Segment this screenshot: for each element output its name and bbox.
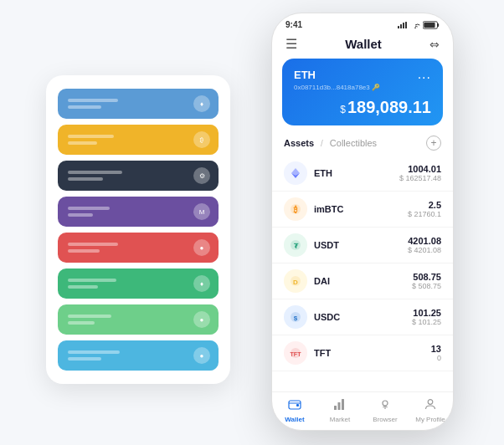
list-item[interactable]: TFT TFT 13 0: [272, 335, 453, 371]
svg-rect-3: [405, 22, 407, 28]
imbtc-amount: 2.5: [408, 200, 441, 210]
svg-rect-1: [400, 24, 402, 28]
tft-amount: 13: [431, 344, 441, 354]
eth-label: ETH: [294, 69, 316, 81]
eth-amount: 1004.01: [399, 164, 441, 174]
usdt-token-name: USDT: [314, 240, 408, 250]
svg-rect-6: [438, 23, 440, 26]
svg-rect-22: [334, 406, 337, 410]
tft-token-icon: TFT: [284, 341, 307, 365]
card-item[interactable]: M: [58, 197, 219, 227]
add-asset-button[interactable]: +: [426, 136, 441, 151]
nav-browser[interactable]: Browser: [363, 397, 408, 423]
eth-values: 1004.01 $ 162517.48: [399, 164, 441, 182]
status-time: 9:41: [285, 20, 302, 29]
battery-icon: [423, 21, 440, 29]
dai-token-icon: D: [284, 269, 307, 293]
phone-mockup: 9:41 ☰ Wallet ⇔: [271, 13, 454, 431]
usdc-token-icon: $: [284, 305, 307, 329]
card-item[interactable]: ♦: [58, 269, 219, 299]
scan-icon[interactable]: ⇔: [429, 38, 440, 51]
usdt-usd: $ 4201.08: [408, 246, 441, 254]
usdc-usd: $ 101.25: [412, 318, 441, 326]
status-icons: [398, 21, 440, 29]
card-icon: ●: [193, 311, 210, 328]
card-icon: ₿: [193, 131, 210, 148]
usdt-token-icon: ₮: [284, 233, 307, 257]
list-item[interactable]: ETH 1004.01 $ 162517.48: [272, 156, 453, 192]
list-item[interactable]: ₮ USDT 4201.08 $ 4201.08: [272, 228, 453, 263]
tab-divider: /: [321, 139, 323, 148]
nav-wallet[interactable]: Wallet: [272, 397, 317, 423]
usdt-values: 4201.08 $ 4201.08: [408, 236, 441, 254]
nav-title: Wallet: [345, 37, 382, 51]
svg-point-25: [383, 401, 388, 406]
dai-token-name: DAI: [314, 276, 412, 286]
card-item[interactable]: ●: [58, 233, 219, 263]
tab-collectibles[interactable]: Collectibles: [330, 138, 377, 148]
nav-profile[interactable]: My Profile: [408, 397, 453, 423]
card-icon: ●: [193, 347, 210, 364]
wallet-nav-icon: [288, 397, 301, 414]
top-nav: ☰ Wallet ⇔: [272, 33, 453, 59]
svg-text:D: D: [293, 279, 298, 286]
menu-icon[interactable]: ☰: [285, 36, 297, 52]
svg-rect-23: [338, 402, 341, 410]
wallet-nav-label: Wallet: [285, 416, 304, 423]
usdc-token-name: USDC: [314, 312, 412, 322]
imbtc-token-name: imBTC: [314, 204, 408, 214]
eth-token-name: ETH: [314, 168, 399, 178]
eth-address: 0x08711d3b...8418a78e3 🔑: [294, 84, 431, 91]
imbtc-values: 2.5 $ 21760.1: [408, 200, 441, 218]
tft-token-name: TFT: [314, 348, 431, 358]
wifi-icon: [410, 22, 420, 28]
assets-header: Assets / Collectibles +: [272, 132, 453, 156]
svg-text:TFT: TFT: [291, 351, 301, 357]
usdc-amount: 101.25: [412, 308, 441, 318]
svg-rect-24: [342, 399, 344, 410]
svg-rect-0: [398, 26, 399, 28]
card-icon: ●: [193, 239, 210, 256]
svg-rect-2: [403, 23, 404, 28]
eth-card[interactable]: ETH ... 0x08711d3b...8418a78e3 🔑 $189,08…: [282, 59, 443, 125]
svg-point-4: [414, 27, 416, 28]
eth-token-icon: [284, 161, 307, 185]
eth-currency-symbol: $: [340, 104, 346, 115]
card-stack: ♦ ₿ ⚙ M ● ♦: [46, 75, 230, 384]
nav-market[interactable]: Market: [317, 397, 363, 423]
market-nav-label: Market: [330, 416, 350, 423]
eth-menu-dots[interactable]: ...: [418, 67, 431, 82]
eth-balance: $189,089.11: [294, 98, 431, 117]
browser-nav-icon: [378, 397, 392, 414]
svg-rect-7: [424, 23, 435, 28]
card-icon: ♦: [193, 275, 210, 292]
card-icon: ⚙: [193, 167, 210, 184]
card-item[interactable]: ●: [58, 340, 219, 371]
signal-icon: [398, 22, 408, 28]
svg-text:$: $: [294, 315, 298, 322]
imbtc-token-icon: ₿: [284, 197, 307, 221]
card-item[interactable]: ♦: [58, 89, 219, 119]
profile-nav-icon: [424, 397, 437, 414]
tft-values: 13 0: [431, 344, 441, 362]
tft-usd: 0: [431, 354, 441, 362]
card-item[interactable]: ₿: [58, 125, 219, 155]
card-item[interactable]: ●: [58, 304, 219, 335]
dai-usd: $ 508.75: [412, 282, 441, 290]
eth-card-header: ETH ...: [294, 67, 431, 82]
assets-tabs: Assets / Collectibles: [284, 138, 377, 148]
dai-values: 508.75 $ 508.75: [412, 272, 441, 290]
eth-usd: $ 162517.48: [399, 174, 441, 182]
status-bar: 9:41: [272, 13, 453, 33]
eth-balance-value: 189,089.11: [347, 98, 431, 116]
list-item[interactable]: D DAI 508.75 $ 508.75: [272, 263, 453, 299]
svg-rect-21: [296, 404, 299, 407]
usdt-amount: 4201.08: [408, 236, 441, 246]
list-item[interactable]: $ USDC 101.25 $ 101.25: [272, 299, 453, 335]
usdc-values: 101.25 $ 101.25: [412, 308, 441, 326]
tab-assets[interactable]: Assets: [284, 138, 314, 148]
profile-nav-label: My Profile: [415, 416, 445, 423]
card-item[interactable]: ⚙: [58, 161, 219, 191]
asset-list: ETH 1004.01 $ 162517.48 ₿ imBTC 2.5 $ 21…: [272, 156, 453, 391]
list-item[interactable]: ₿ imBTC 2.5 $ 21760.1: [272, 192, 453, 228]
